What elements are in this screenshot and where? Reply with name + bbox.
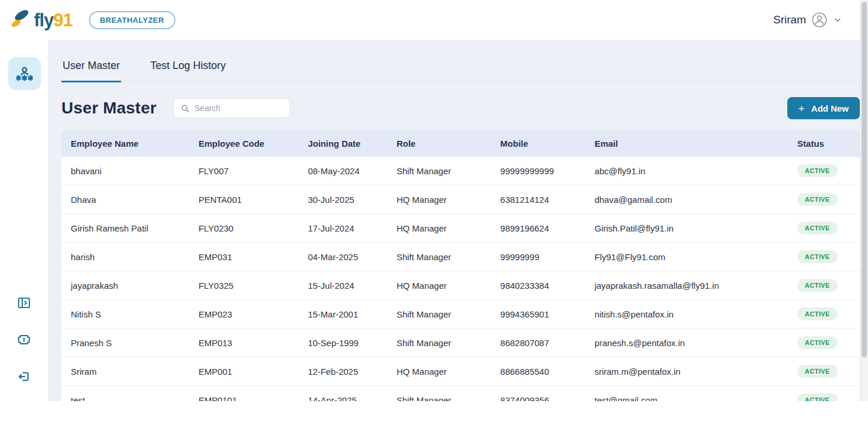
- cell-joining: 15-Jul-2024: [298, 271, 387, 300]
- cell-joining: 04-Mar-2025: [298, 243, 387, 271]
- cell-status: ACTIVE: [788, 243, 860, 271]
- cell-email: abc@fly91.in: [585, 157, 788, 185]
- cell-email: sriram.m@pentafox.in: [585, 357, 788, 386]
- column-header-status: Status: [788, 130, 860, 157]
- table-row: harishEMP03104-Mar-2025Shift Manager9999…: [61, 243, 860, 271]
- main-panel: User Master Test Log History User Master…: [48, 40, 868, 401]
- status-badge: ACTIVE: [797, 308, 838, 320]
- cell-code: EMP001: [189, 357, 298, 386]
- status-badge: ACTIVE: [797, 279, 838, 292]
- cell-mobile: 8866885540: [491, 357, 585, 386]
- cell-mobile: 9994365901: [491, 300, 585, 329]
- search-input[interactable]: [195, 103, 301, 113]
- cell-code: EMP023: [189, 300, 298, 329]
- cell-status: ACTIVE: [788, 271, 860, 300]
- cell-status: ACTIVE: [788, 357, 860, 386]
- user-credentials-icon: ✱✱✱: [16, 65, 33, 82]
- cell-role: Shift Manager: [387, 300, 491, 329]
- cell-status: ACTIVE: [788, 386, 860, 401]
- cell-name: Girish Ramesh Patil: [61, 214, 189, 243]
- cell-code: FLY007: [189, 157, 298, 185]
- cell-code: PENTA001: [189, 185, 298, 214]
- cell-code: EMP031: [189, 243, 298, 271]
- table-body: bhavaniFLY00708-May-2024Shift Manager999…: [61, 157, 860, 401]
- table-header-row: Employee NameEmployee CodeJoining DateRo…: [61, 130, 860, 157]
- cell-email: Fly91@Fly91.com: [585, 243, 788, 271]
- user-menu[interactable]: Sriram: [773, 12, 842, 28]
- table-row: Girish Ramesh PatilFLY023017-Jul-2024HQ …: [61, 214, 860, 243]
- add-new-button[interactable]: + Add New: [787, 97, 860, 119]
- sidebar-item-user-master[interactable]: ✱✱✱: [8, 57, 41, 90]
- vertical-scrollbar: [860, 0, 868, 401]
- table-row: Pranesh SEMP01310-Sep-1999Shift Manager8…: [61, 329, 860, 357]
- add-new-label: Add New: [811, 103, 849, 113]
- app-window: fly91 BREATHALYZER Sriram: [0, 0, 868, 435]
- cell-role: HQ Manager: [387, 185, 491, 214]
- user-table: Employee NameEmployee CodeJoining DateRo…: [61, 130, 860, 401]
- cell-email: jayaprakash.rasamalla@fly91.in: [585, 271, 788, 300]
- column-header-joining: Joining Date: [298, 130, 387, 157]
- cell-role: Shift Manager: [387, 329, 491, 357]
- cell-name: Pranesh S: [61, 329, 189, 357]
- status-badge: ACTIVE: [797, 336, 838, 349]
- column-header-name: Employee Name: [61, 130, 189, 157]
- cell-status: ACTIVE: [788, 329, 860, 357]
- table-row: Nitish SEMP02315-Mar-2001Shift Manager99…: [61, 300, 860, 329]
- cell-code: FLY0230: [189, 214, 298, 243]
- table-row: testEMP010114-Apr-2025Shift Manager83740…: [61, 386, 860, 401]
- cell-email: pranesh.s@pentafox.in: [585, 329, 788, 357]
- cell-mobile: 8682807087: [491, 329, 585, 357]
- logo-text: fly91: [34, 11, 73, 29]
- page-title: User Master: [61, 99, 157, 118]
- cell-name: jayaprakash: [61, 271, 189, 300]
- fly91-bird-icon: [8, 8, 33, 32]
- table-row: bhavaniFLY00708-May-2024Shift Manager999…: [61, 157, 860, 185]
- cell-mobile: 99999999999: [491, 157, 585, 185]
- cell-code: EMP013: [189, 329, 298, 357]
- top-header: fly91 BREATHALYZER Sriram: [0, 0, 868, 40]
- cell-role: Shift Manager: [387, 386, 491, 401]
- cell-status: ACTIVE: [788, 157, 860, 185]
- cell-name: Sriram: [61, 357, 189, 386]
- sidebar: ✱✱✱: [0, 40, 48, 401]
- cell-role: HQ Manager: [387, 357, 491, 386]
- scrollbar-thumb[interactable]: [862, 2, 867, 357]
- svg-text:✱✱✱: ✱✱✱: [16, 74, 33, 82]
- status-badge: ACTIVE: [797, 393, 838, 401]
- status-badge: ACTIVE: [797, 193, 838, 206]
- search-box[interactable]: [173, 98, 290, 118]
- user-name: Sriram: [773, 13, 806, 26]
- cell-name: Nitish S: [61, 300, 189, 329]
- status-badge: ACTIVE: [797, 250, 838, 263]
- cell-name: Dhava: [61, 185, 189, 214]
- cell-role: HQ Manager: [387, 214, 491, 243]
- cell-mobile: 8374009356: [491, 386, 585, 401]
- cell-joining: 08-May-2024: [298, 157, 387, 185]
- cell-role: Shift Manager: [387, 243, 491, 271]
- cell-role: Shift Manager: [387, 157, 491, 185]
- cell-role: HQ Manager: [387, 271, 491, 300]
- tab-user-master[interactable]: User Master: [61, 60, 121, 82]
- cell-joining: 15-Mar-2001: [298, 300, 387, 329]
- panel-expand-icon[interactable]: [16, 295, 32, 310]
- tab-test-log-history[interactable]: Test Log History: [149, 60, 227, 82]
- cell-status: ACTIVE: [788, 214, 860, 243]
- status-badge: ACTIVE: [797, 164, 838, 177]
- logout-icon[interactable]: [16, 369, 32, 384]
- search-icon: [180, 103, 190, 113]
- cell-mobile: 9840233384: [491, 271, 585, 300]
- cell-name: bhavani: [61, 157, 189, 185]
- table-row: jayaprakashFLY032515-Jul-2024HQ Manager9…: [61, 271, 860, 300]
- ticket-icon[interactable]: [16, 332, 32, 347]
- table-row: SriramEMP00112-Feb-2025HQ Manager8866885…: [61, 357, 860, 386]
- status-badge: ACTIVE: [797, 365, 838, 378]
- cell-joining: 10-Sep-1999: [298, 329, 387, 357]
- chevron-down-icon: [833, 15, 842, 25]
- plus-icon: +: [798, 103, 805, 114]
- cell-status: ACTIVE: [788, 300, 860, 329]
- cell-joining: 12-Feb-2025: [298, 357, 387, 386]
- fly91-logo[interactable]: fly91: [8, 8, 73, 32]
- column-header-email: Email: [585, 130, 788, 157]
- cell-joining: 17-Jul-2024: [298, 214, 387, 243]
- cell-mobile: 6381214124: [491, 185, 585, 214]
